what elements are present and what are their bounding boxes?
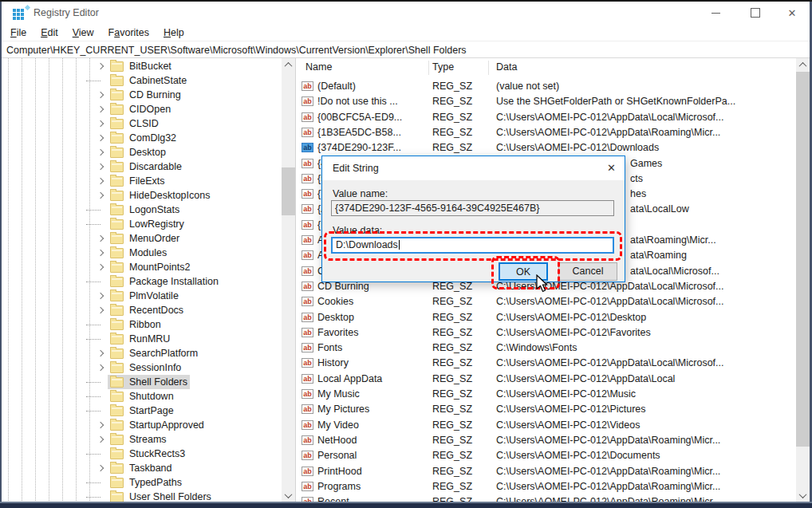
expand-chevron-icon[interactable] <box>97 192 104 199</box>
tree-item-box[interactable]: Desktop <box>108 145 168 159</box>
registry-value-row[interactable]: abPrintHoodREG_SZC:\Users\AOMEI-PC-012\A… <box>296 464 796 479</box>
tree-item-plmvolatile[interactable]: PlmVolatile <box>2 289 281 303</box>
column-header-type[interactable]: Type <box>432 58 454 76</box>
registry-value-row[interactable]: abMy PicturesREG_SZC:\Users\AOMEI-PC-012… <box>296 402 796 417</box>
tree-item-box[interactable]: CIDOpen <box>108 102 173 116</box>
scroll-up-icon[interactable] <box>796 58 810 72</box>
tree-item-box[interactable]: MenuOrder <box>108 231 182 246</box>
expand-chevron-icon[interactable] <box>97 235 104 242</box>
tree-item-bitbucket[interactable]: BitBucket <box>2 59 281 73</box>
registry-value-row[interactable]: ab(Default)REG_SZ(value not set) <box>296 79 796 94</box>
tree-item-fileexts[interactable]: FileExts <box>2 174 281 188</box>
close-button[interactable]: ✕ <box>774 2 810 24</box>
tree-item-box[interactable]: Discardable <box>108 159 184 174</box>
tree-item-startpage[interactable]: StartPage <box>2 404 281 418</box>
tree-item-box[interactable]: HideDesktopIcons <box>108 188 212 203</box>
tree-item-box[interactable]: StartupApproved <box>108 418 207 432</box>
expand-chevron-icon[interactable] <box>97 436 104 443</box>
registry-value-row[interactable]: abMy MusicREG_SZC:\Users\AOMEI-PC-012\Mu… <box>296 387 796 402</box>
tree-item-box[interactable]: LowRegistry <box>108 217 187 231</box>
address-bar[interactable]: Computer\HKEY_CURRENT_USER\Software\Micr… <box>2 41 810 58</box>
expand-chevron-icon[interactable] <box>97 178 104 184</box>
tree-item-menuorder[interactable]: MenuOrder <box>2 231 281 246</box>
expand-chevron-icon[interactable] <box>97 149 104 156</box>
tree-item-mountpoints2[interactable]: MountPoints2 <box>2 260 281 274</box>
tree-item-box[interactable]: Ribbon <box>108 317 164 332</box>
tree-item-startupapproved[interactable]: StartupApproved <box>2 418 281 432</box>
menu-item-file[interactable]: File <box>3 26 34 40</box>
registry-value-row[interactable]: abLocal AppDataREG_SZC:\Users\AOMEI-PC-0… <box>296 372 796 387</box>
tree-item-box[interactable]: MountPoints2 <box>108 260 192 274</box>
tree-item-user-shell-folders[interactable]: User Shell Folders <box>2 490 281 502</box>
registry-value-row[interactable]: ab{1B3EA5DC-B58...REG_SZC:\Users\AOMEI-P… <box>296 125 796 140</box>
minimize-button[interactable] <box>697 2 734 24</box>
tree-item-box[interactable]: RecentDocs <box>108 303 186 317</box>
registry-value-row[interactable]: abPersonalREG_SZC:\Users\AOMEI-PC-012\Do… <box>296 448 796 463</box>
registry-value-row[interactable]: abNetHoodREG_SZC:\Users\AOMEI-PC-012\App… <box>296 433 796 448</box>
tree-item-cidopen[interactable]: CIDOpen <box>2 102 281 116</box>
tree-item-discardable[interactable]: Discardable <box>2 159 281 174</box>
registry-value-row[interactable]: abCookiesREG_SZC:\Users\AOMEI-PC-012\App… <box>296 294 796 309</box>
tree-item-ribbon[interactable]: Ribbon <box>2 317 281 332</box>
list-scrollbar-thumb[interactable] <box>796 72 810 447</box>
tree-item-cabinetstate[interactable]: CabinetState <box>2 73 281 88</box>
tree-item-box[interactable]: Shutdown <box>108 389 176 404</box>
expand-chevron-icon[interactable] <box>97 350 104 356</box>
column-header-name[interactable]: Name <box>305 58 332 76</box>
tree-item-comdlg32[interactable]: ComDlg32 <box>2 131 281 145</box>
tree-scrollbar-thumb[interactable] <box>282 167 295 215</box>
tree-item-modules[interactable]: Modules <box>2 246 281 260</box>
expand-chevron-icon[interactable] <box>97 63 104 69</box>
tree-item-typedpaths[interactable]: TypedPaths <box>2 475 281 490</box>
tree-item-box[interactable]: CD Burning <box>108 88 183 102</box>
tree-item-shutdown[interactable]: Shutdown <box>2 389 281 404</box>
selected-tree-item-box[interactable]: Shell Folders <box>108 375 190 389</box>
tree-item-taskband[interactable]: Taskband <box>2 461 281 475</box>
menu-item-view[interactable]: View <box>65 26 101 40</box>
maximize-button[interactable] <box>737 2 774 24</box>
expand-chevron-icon[interactable] <box>97 163 104 170</box>
column-header-data[interactable]: Data <box>496 58 517 76</box>
cancel-button[interactable]: Cancel <box>558 262 617 281</box>
menu-item-edit[interactable]: Edit <box>34 26 65 40</box>
tree-item-box[interactable]: CLSID <box>108 116 161 131</box>
tree-item-cd-burning[interactable]: CD Burning <box>2 88 281 102</box>
tree-scrollbar[interactable] <box>282 58 295 502</box>
registry-value-row[interactable]: ab!Do not use this ...REG_SZUse the SHGe… <box>296 94 796 109</box>
tree-item-box[interactable]: Package Installation <box>108 274 221 289</box>
registry-value-row[interactable]: abFontsREG_SZC:\Windows\Fonts <box>296 341 796 356</box>
tree-item-recentdocs[interactable]: RecentDocs <box>2 303 281 317</box>
registry-value-row[interactable]: ab{00BCFC5A-ED9...REG_SZC:\Users\AOMEI-P… <box>296 110 796 125</box>
registry-value-row[interactable]: abDesktopREG_SZC:\Users\AOMEI-PC-012\Des… <box>296 310 796 325</box>
tree-item-logonstats[interactable]: LogonStats <box>2 203 281 217</box>
expand-chevron-icon[interactable] <box>97 364 104 371</box>
tree-item-box[interactable]: TypedPaths <box>108 475 184 490</box>
tree-item-package-installation[interactable]: Package Installation <box>2 274 281 289</box>
tree-item-box[interactable]: BitBucket <box>108 59 174 73</box>
tree-item-box[interactable]: RunMRU <box>108 332 172 346</box>
tree-item-box[interactable]: PlmVolatile <box>108 289 181 303</box>
expand-chevron-icon[interactable] <box>97 293 104 299</box>
expand-chevron-icon[interactable] <box>97 264 104 270</box>
tree-item-box[interactable]: SearchPlatform <box>108 346 200 360</box>
tree-item-box[interactable]: StuckRects3 <box>108 447 187 461</box>
tree-item-hidedesktopicons[interactable]: HideDesktopIcons <box>2 188 281 203</box>
scroll-down-icon[interactable] <box>796 489 810 502</box>
tree-item-box[interactable]: CabinetState <box>108 73 189 88</box>
dialog-close-icon[interactable]: ✕ <box>607 156 616 180</box>
registry-value-row[interactable]: abFavoritesREG_SZC:\Users\AOMEI-PC-012\F… <box>296 325 796 341</box>
value-name-field[interactable]: {374DE290-123F-4565-9164-39C4925E467B} <box>331 200 614 216</box>
tree-item-shell-folders[interactable]: Shell Folders <box>2 375 281 389</box>
tree-item-streams[interactable]: Streams <box>2 432 281 447</box>
tree-item-box[interactable]: StartPage <box>108 404 176 418</box>
tree-item-runmru[interactable]: RunMRU <box>2 332 281 346</box>
tree-item-desktop[interactable]: Desktop <box>2 145 281 159</box>
registry-value-row[interactable]: ab{374DE290-123F...REG_SZC:\Users\AOMEI-… <box>296 140 796 156</box>
expand-chevron-icon[interactable] <box>97 465 104 471</box>
tree-item-sessioninfo[interactable]: SessionInfo <box>2 360 281 375</box>
registry-value-row[interactable]: abHistoryREG_SZC:\Users\AOMEI-PC-012\App… <box>296 356 796 371</box>
tree-item-clsid[interactable]: CLSID <box>2 116 281 131</box>
scroll-up-icon[interactable] <box>282 58 295 72</box>
menu-item-help[interactable]: Help <box>156 26 191 40</box>
tree-item-box[interactable]: User Shell Folders <box>108 490 214 502</box>
